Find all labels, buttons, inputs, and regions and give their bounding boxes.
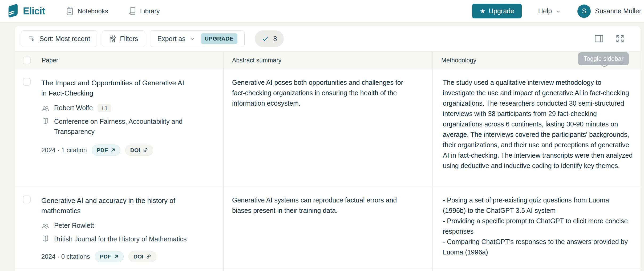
selected-count: 8 bbox=[273, 35, 277, 43]
upgrade-button-label: Upgrade bbox=[489, 7, 514, 15]
notebook-icon bbox=[66, 7, 74, 15]
external-link-icon bbox=[111, 148, 115, 153]
avatar: S bbox=[577, 5, 591, 18]
abstract-text: Generative AI systems can reproduce fact… bbox=[232, 195, 418, 216]
chevron-down-icon bbox=[555, 8, 561, 14]
selected-count-pill[interactable]: 8 bbox=[255, 30, 284, 47]
fullscreen-icon[interactable] bbox=[615, 34, 625, 43]
column-header-actions bbox=[600, 57, 625, 68]
pdf-link[interactable]: PDF bbox=[95, 251, 124, 262]
journal-icon bbox=[41, 117, 49, 137]
abstract-cell[interactable]: Generative AI poses both opportunities a… bbox=[224, 69, 433, 187]
chevron-down-icon[interactable] bbox=[617, 59, 625, 68]
doi-link[interactable]: DOI bbox=[128, 251, 156, 262]
nav-item-label: Library bbox=[140, 7, 160, 15]
export-button[interactable]: Export as UPGRADE bbox=[150, 30, 244, 47]
pdf-label: PDF bbox=[100, 253, 111, 260]
accuracy-target-icon[interactable] bbox=[600, 57, 610, 68]
external-link-icon bbox=[114, 254, 119, 259]
filters-icon bbox=[109, 35, 116, 42]
doi-link[interactable]: DOI bbox=[125, 145, 153, 156]
pdf-label: PDF bbox=[97, 147, 108, 153]
user-menu[interactable]: S Susanne Muller bbox=[577, 5, 641, 18]
top-navbar: Elicit Notebooks Library ★ Upgrade Help bbox=[0, 0, 644, 22]
paper-cell: Generative AI and accuracy in the histor… bbox=[15, 187, 224, 268]
row-checkbox[interactable] bbox=[23, 196, 31, 203]
abstract-cell[interactable]: Generative AI systems can reproduce fact… bbox=[224, 187, 433, 268]
filters-button[interactable]: Filters bbox=[102, 30, 145, 47]
table-toolbar: Sort: Most recent Filters Export as UPGR… bbox=[15, 26, 641, 51]
link-icon bbox=[143, 148, 148, 153]
nav-item-notebooks[interactable]: Notebooks bbox=[66, 7, 108, 15]
row-checkbox[interactable] bbox=[23, 78, 31, 86]
column-label: Abstract summary bbox=[232, 57, 281, 64]
paper-authors[interactable]: Peter Rowlett bbox=[54, 222, 94, 230]
doi-label: DOI bbox=[133, 253, 143, 260]
help-label: Help bbox=[538, 7, 552, 15]
upgrade-button[interactable]: ★ Upgrade bbox=[472, 4, 521, 18]
paper-cell: The Impact and Opportunities of Generati… bbox=[15, 69, 224, 187]
table-header: Paper Abstract summary Methodology Toggl… bbox=[15, 51, 641, 69]
paper-authors[interactable]: Robert Wolfe bbox=[54, 104, 93, 113]
methodology-text: - Posing a set of pre-existing quiz ques… bbox=[443, 195, 633, 257]
paper-meta: 2024 · 1 citation bbox=[41, 146, 87, 154]
view-controls bbox=[594, 34, 625, 43]
methodology-cell[interactable]: - Posing a set of pre-existing quiz ques… bbox=[433, 187, 641, 268]
results-panel: Sort: Most recent Filters Export as UPGR… bbox=[15, 26, 641, 271]
column-label: Paper bbox=[42, 57, 58, 64]
paper-meta: 2024 · 0 citations bbox=[41, 253, 90, 260]
nav-item-library[interactable]: Library bbox=[129, 7, 160, 15]
authors-icon bbox=[41, 105, 49, 113]
table-row: Generative AI and accuracy in the histor… bbox=[15, 187, 641, 268]
abstract-text: Generative AI poses both opportunities a… bbox=[232, 77, 418, 109]
check-icon bbox=[262, 35, 269, 42]
navbar-right: ★ Upgrade Help S Susanne Muller bbox=[472, 4, 641, 18]
table-row bbox=[15, 268, 641, 271]
chevron-down-icon bbox=[189, 35, 196, 42]
column-label: Methodology bbox=[441, 57, 476, 64]
doi-label: DOI bbox=[130, 147, 140, 153]
sort-button-label: Sort: Most recent bbox=[39, 35, 90, 43]
export-upgrade-badge: UPGRADE bbox=[201, 33, 237, 44]
sort-button[interactable]: Sort: Most recent bbox=[21, 30, 97, 47]
methodology-cell[interactable]: The study used a qualitative interview m… bbox=[433, 69, 641, 187]
paper-venue: Conference on Fairness, Accountability a… bbox=[54, 116, 187, 137]
paper-title[interactable]: The Impact and Opportunities of Generati… bbox=[41, 78, 191, 98]
column-header-paper[interactable]: Paper bbox=[15, 52, 224, 69]
pdf-link[interactable]: PDF bbox=[92, 145, 120, 156]
toggle-sidebar-icon[interactable] bbox=[594, 34, 604, 43]
help-menu[interactable]: Help bbox=[538, 7, 561, 15]
book-icon bbox=[129, 7, 136, 15]
nav-item-label: Notebooks bbox=[78, 7, 108, 15]
table-row: The Impact and Opportunities of Generati… bbox=[15, 69, 641, 187]
elicit-logo[interactable]: Elicit bbox=[7, 4, 45, 19]
elicit-logo-icon bbox=[7, 4, 19, 19]
brand-name: Elicit bbox=[23, 6, 45, 17]
column-header-abstract[interactable]: Abstract summary bbox=[224, 52, 433, 69]
user-name: Susanne Muller bbox=[595, 7, 641, 15]
authors-more-badge[interactable]: +1 bbox=[98, 104, 111, 112]
paper-venue: British Journal for the History of Mathe… bbox=[54, 234, 187, 244]
select-all-checkbox[interactable] bbox=[23, 57, 31, 64]
export-button-label: Export as bbox=[157, 35, 185, 43]
star-icon: ★ bbox=[480, 7, 485, 15]
filters-button-label: Filters bbox=[120, 35, 138, 43]
journal-icon bbox=[41, 235, 49, 244]
paper-title[interactable]: Generative AI and accuracy in the histor… bbox=[41, 196, 191, 216]
sort-icon bbox=[28, 35, 36, 42]
authors-icon bbox=[41, 223, 49, 230]
link-icon bbox=[146, 254, 151, 259]
methodology-text: The study used a qualitative interview m… bbox=[443, 77, 633, 171]
